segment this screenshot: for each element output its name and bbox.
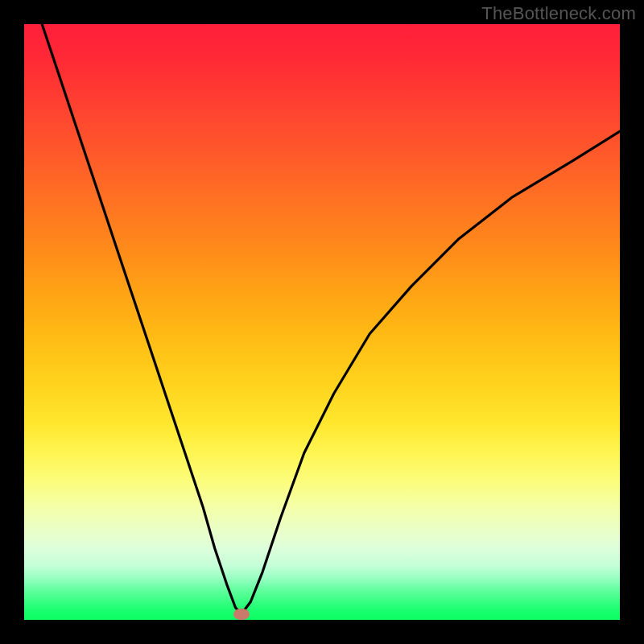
optimum-marker [233, 609, 250, 620]
plot-area [24, 24, 620, 620]
chart-frame: TheBottleneck.com [0, 0, 644, 644]
curve-svg [24, 24, 620, 620]
bottleneck-curve [42, 24, 620, 614]
watermark-text: TheBottleneck.com [481, 3, 636, 24]
